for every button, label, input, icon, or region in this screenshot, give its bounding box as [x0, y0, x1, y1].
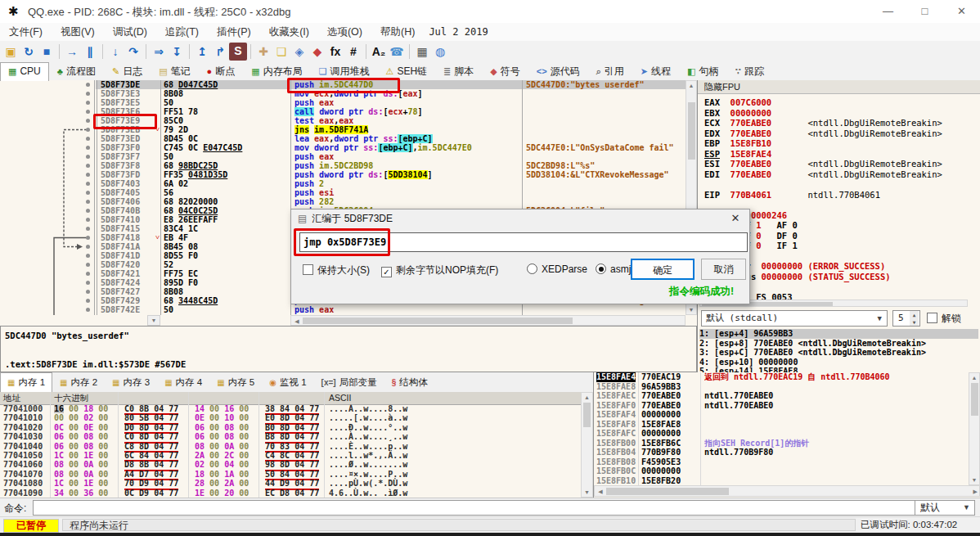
breakpoint-dot[interactable] — [86, 191, 90, 195]
run-until-user-icon[interactable]: ↱ — [211, 43, 229, 61]
tab-CPU[interactable]: ▦CPU — [0, 62, 49, 81]
cancel-button[interactable]: 取消 — [701, 259, 746, 280]
disasm-row[interactable]: 5D8F73F868 98BDC25Dpush im.5DC2BD985DC2B… — [0, 161, 697, 170]
breakpoint-dot[interactable] — [86, 92, 90, 96]
breakpoint-dot[interactable] — [86, 119, 90, 123]
dump-row[interactable]: 7704100016 00 18 00C0 8B 04 7714 00 16 0… — [0, 404, 581, 413]
disasm-row[interactable]: 5D8F73E6FF51 78call dword ptr ds:[ecx+78… — [0, 107, 697, 116]
checkbox-icon[interactable] — [927, 313, 937, 323]
stack-row[interactable]: 15E8FAEC770EABE0ntdll.770EABE0 — [594, 391, 969, 401]
dump-row[interactable]: 770410801C 00 1E 0070 D9 04 7728 00 2A 0… — [0, 479, 581, 488]
tab-SEH链[interactable]: ⚠SEH链 — [378, 62, 436, 79]
disasm-row[interactable]: 5D8F74036A 02push 2 — [0, 179, 697, 188]
disasm-row[interactable]: 5D8F73E550push eax — [0, 98, 697, 107]
register-row[interactable] — [704, 179, 978, 190]
disasm-row[interactable]: 5D8F740668 82020000push 282 — [0, 197, 697, 206]
dump-row[interactable]: 7704106008 00 0A 00D8 8B 04 7702 00 04 0… — [0, 460, 581, 469]
breakpoint-dot[interactable] — [86, 137, 90, 141]
step-over-icon[interactable]: ↷ — [124, 43, 142, 61]
dialog-close-icon[interactable]: ✕ — [722, 209, 749, 227]
breakpoint-dot[interactable] — [86, 245, 90, 249]
breakpoint-dot[interactable] — [86, 227, 90, 231]
dump-row[interactable]: 7704101000 00 02 0080 5B 04 770E 00 10 0… — [0, 413, 581, 422]
tab-日志[interactable]: ✎日志 — [104, 62, 151, 79]
calculator-icon[interactable]: ▦ — [413, 43, 431, 61]
close-debuggee-icon[interactable]: ■ — [38, 43, 56, 61]
menu-item[interactable]: 收藏夹(I) — [260, 23, 318, 42]
arg-row[interactable]: 3: [esp+C] 770EABE0 <ntdll.DbgUiRemoteBr… — [699, 348, 978, 358]
unlock-checkbox[interactable]: 解锁 — [927, 312, 961, 326]
dump-row[interactable]: 7704109034 00 36 000C D9 04 771E 00 20 0… — [0, 489, 581, 498]
register-row[interactable]: EBP 15E8FB10 — [704, 138, 978, 149]
dump-row[interactable]: 770410501C 00 1E 006C 84 04 772A 00 2C 0… — [0, 451, 581, 460]
stack-row[interactable]: 15E8FAF400000000 — [594, 410, 969, 420]
register-row[interactable]: ECX 770EABE0 <ntdll.DbgUiRemoteBreakin> — [704, 118, 978, 128]
dump-row[interactable]: 7704104006 00 08 00C8 8D 04 7708 00 0A 0… — [0, 442, 581, 451]
disasm-row[interactable]: 5D8F73E985C0test eax,eax — [0, 116, 697, 125]
arg-row[interactable]: 1: [esp+4] 96A59BB3 — [699, 329, 978, 339]
tab-调用堆栈[interactable]: ❏调用堆栈 — [311, 62, 378, 79]
stack-row[interactable]: 15E8FAE4770EAC19返回到 ntdll.770EAC19 自 ntd… — [594, 372, 969, 382]
breakpoint-dot[interactable] — [86, 299, 90, 303]
tab-流程图[interactable]: ♣流程图 — [49, 62, 104, 79]
dump-row[interactable]: 7704107008 00 0A 00A4 D7 04 7718 00 1A 0… — [0, 470, 581, 479]
stack-pane[interactable]: 15E8FAE4770EAC19返回到 ntdll.770EAC19 自 ntd… — [593, 372, 980, 498]
disasm-row[interactable]: 5D8F740556push esi — [0, 188, 697, 197]
tab-内存 2[interactable]: ▦内存 2 — [52, 372, 105, 391]
keep-size-checkbox[interactable]: 保持大小(S) — [303, 263, 370, 277]
disasm-row[interactable]: 5D8F73ED8D45 0Clea eax,dword ptr ss:[ebp… — [0, 134, 697, 143]
stack-row[interactable]: 15E8FB0015E8FB6C指向SEH_Record[1]的指针 — [594, 439, 969, 448]
breakpoint-dot[interactable] — [86, 308, 90, 312]
disasm-row[interactable]: ˅5D8F73EB79 2Djns im.5D8F741A — [0, 125, 697, 134]
breakpoint-dot[interactable] — [86, 209, 90, 213]
minimize-button[interactable]: — — [870, 0, 906, 23]
tab-跟踪[interactable]: ∵跟踪 — [726, 62, 772, 79]
register-row[interactable]: EDI 770EABE0 <ntdll.DbgUiRemoteBreakin> — [704, 169, 978, 180]
arg-row[interactable]: 2: [esp+8] 770EABE0 <ntdll.DbgUiRemoteBr… — [699, 339, 978, 349]
menu-item[interactable]: 帮助(H) — [371, 23, 424, 42]
arg-row[interactable]: 5: [esp+14] 15E8FAE8 — [699, 367, 978, 372]
stack-row[interactable]: 15E8FAE896A59BB3 — [594, 382, 969, 392]
breakpoint-dot[interactable] — [86, 146, 90, 150]
bookmark-icon[interactable]: ◆ — [308, 43, 326, 61]
tab-内存 5[interactable]: ▦内存 5 — [209, 372, 262, 391]
disasm-row[interactable]: 5D8F73FDFF35 0481D35Dpush dword ptr ds:[… — [0, 170, 697, 179]
step-into-icon[interactable]: ↓ — [106, 43, 124, 61]
stack-row[interactable]: 15E8FAF815E8FAE8 — [594, 420, 969, 430]
breakpoint-dot[interactable] — [86, 83, 90, 87]
hide-fpu-button[interactable]: 隐藏FPU — [698, 80, 980, 94]
label-icon[interactable]: ◈ — [290, 43, 308, 61]
tab-内存 4[interactable]: ▦内存 4 — [157, 372, 209, 391]
breakpoint-dot[interactable] — [86, 272, 90, 276]
function-icon[interactable]: fx — [326, 43, 344, 61]
register-row[interactable]: EBX 00000000 — [704, 108, 978, 119]
nop-fill-checkbox[interactable]: ✓剩余字节以NOP填充(F) — [381, 263, 498, 277]
calling-convention-select[interactable]: 默认 (stdcall)▼ — [701, 310, 888, 327]
tab-监视 1[interactable]: ◉监视 1 — [262, 372, 313, 391]
tab-断点[interactable]: ●断点 — [199, 62, 244, 79]
step-out-icon[interactable]: ↧ — [168, 43, 186, 61]
pause-icon[interactable]: ∥ — [81, 43, 99, 61]
attach-icon[interactable]: ☎ — [388, 43, 406, 61]
disasm-row[interactable]: 5D8F73F750push eax — [0, 152, 697, 161]
memory-dump-pane[interactable]: ▦内存 1▦内存 2▦内存 3▦内存 4▦内存 5◉监视 1[x=]局部变量§结… — [0, 372, 593, 498]
register-row[interactable]: EAX 007C6000 — [704, 97, 978, 108]
stepper-arrows-icon[interactable]: ▲▼ — [910, 311, 919, 326]
breakpoint-dot[interactable] — [86, 182, 90, 186]
arg-row[interactable]: 4: [esp+10] 00000000 — [699, 358, 978, 367]
tab-符号[interactable]: ◆符号 — [482, 62, 528, 79]
close-button[interactable]: ✕ — [943, 0, 980, 23]
xedparse-radio[interactable]: XEDParse — [527, 263, 587, 275]
checkbox-checked-icon[interactable]: ✓ — [381, 267, 392, 277]
comment-icon[interactable]: ❏ — [272, 43, 290, 61]
stack-row[interactable]: 15E8FB0C00000000 — [594, 466, 969, 476]
stack-row[interactable]: 15E8FB04770B9F80ntdll.770B9F80 — [594, 448, 969, 457]
patch-icon[interactable]: ✚ — [254, 43, 272, 61]
radio-selected-icon[interactable] — [596, 263, 606, 274]
tab-线程[interactable]: ➤线程 — [632, 62, 679, 79]
breakpoint-dot[interactable] — [86, 263, 90, 267]
breakpoint-dot[interactable] — [86, 173, 90, 177]
breakpoint-dot[interactable] — [86, 128, 90, 132]
execute-till-return-icon[interactable]: ↥ — [193, 43, 211, 61]
disasm-row[interactable]: 5D8F742E50push eax — [0, 305, 697, 314]
